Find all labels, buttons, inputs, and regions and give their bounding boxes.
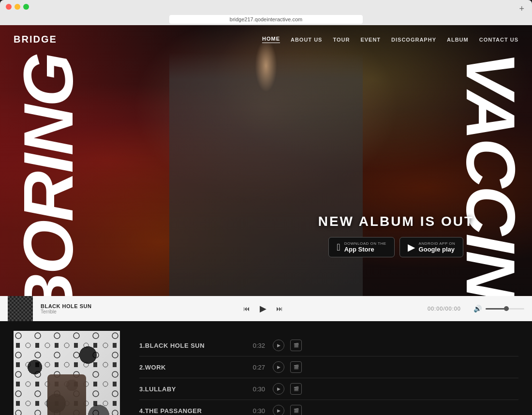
track-2-play-button[interactable]: ▶ bbox=[273, 361, 284, 373]
track-4-name: 4.THE PASSANGER bbox=[139, 407, 236, 415]
track-1-duration: 0:32 bbox=[236, 342, 265, 349]
google-play-sub: ANDROID APP ON bbox=[419, 241, 456, 246]
player-volume: 🔊 bbox=[473, 305, 524, 312]
track-2-name: 2.WORK bbox=[139, 364, 236, 371]
track-4-duration: 0:30 bbox=[236, 407, 265, 415]
volume-knob[interactable] bbox=[504, 306, 509, 311]
new-tab-button[interactable]: + bbox=[519, 4, 524, 14]
track-item-4[interactable]: 4.THE PASSANGER 0:30 ▶ 🎬 bbox=[139, 400, 518, 415]
player-thumbnail bbox=[8, 296, 33, 321]
player-track-album: Terrible bbox=[41, 309, 99, 314]
album-art bbox=[14, 331, 120, 415]
google-play-icon: ▶ bbox=[408, 241, 415, 253]
track-1-video-button[interactable]: 🎬 bbox=[290, 340, 302, 351]
nav-link-contact[interactable]: CONTACT US bbox=[479, 37, 518, 43]
hero-section: BRIDGE HOME ABOUT US TOUR EVENT DISCOGRA… bbox=[0, 25, 532, 296]
track-2-duration: 0:27 bbox=[236, 364, 265, 371]
site-logo[interactable]: BRIDGE bbox=[14, 34, 57, 45]
track-3-video-button[interactable]: 🎬 bbox=[290, 383, 302, 395]
website-content: BRIDGE HOME ABOUT US TOUR EVENT DISCOGRA… bbox=[0, 25, 532, 415]
nav-link-tour[interactable]: TOUR bbox=[333, 37, 350, 43]
volume-icon: 🔊 bbox=[473, 305, 482, 312]
player-prev-button[interactable]: ⏮ bbox=[243, 305, 250, 312]
player-time: 00:00/00:00 bbox=[428, 306, 461, 311]
track-item-3[interactable]: 3.LULLABY 0:30 ▶ 🎬 bbox=[139, 378, 518, 400]
nav-link-event[interactable]: EVENT bbox=[360, 37, 381, 43]
google-play-name: Google play bbox=[419, 246, 456, 253]
apple-icon:  bbox=[337, 242, 340, 253]
app-store-sub: Download on the bbox=[344, 241, 386, 246]
browser-chrome: bridge217.qodeinteractive.com + bbox=[0, 0, 532, 25]
track-4-video-button[interactable]: 🎬 bbox=[290, 405, 302, 415]
google-play-text: ANDROID APP ON Google play bbox=[419, 241, 456, 253]
album-promo-title: NEW ALBUM IS OUT bbox=[318, 214, 474, 229]
track-1-play-button[interactable]: ▶ bbox=[273, 340, 284, 351]
album-promo: NEW ALBUM IS OUT  Download on the App S… bbox=[318, 214, 474, 257]
browser-addressbar: bridge217.qodeinteractive.com + bbox=[0, 14, 532, 25]
maximize-dot[interactable] bbox=[23, 4, 29, 10]
url-text: bridge217.qodeinteractive.com bbox=[230, 16, 302, 22]
hero-text-boring: BORING bbox=[14, 54, 84, 296]
track-1-name: 1.BLACK HOLE SUN bbox=[139, 342, 236, 349]
album-art-person bbox=[47, 374, 86, 415]
track-3-play-button[interactable]: ▶ bbox=[273, 383, 284, 395]
browser-titlebar bbox=[0, 0, 532, 14]
nav-link-album[interactable]: ALBUM bbox=[447, 37, 469, 43]
player-controls: ⏮ ▶ ⏭ bbox=[106, 303, 420, 314]
player-track-name: BLACK HOLE SUN bbox=[41, 303, 99, 309]
nav-link-discography[interactable]: DISCOGRAPHY bbox=[391, 37, 436, 43]
main-nav: BRIDGE HOME ABOUT US TOUR EVENT DISCOGRA… bbox=[0, 25, 532, 54]
volume-bar[interactable] bbox=[486, 308, 524, 310]
app-store-name: App Store bbox=[344, 246, 386, 253]
url-bar[interactable]: bridge217.qodeinteractive.com bbox=[169, 15, 363, 24]
app-store-text: Download on the App Store bbox=[344, 241, 386, 253]
close-dot[interactable] bbox=[6, 4, 12, 10]
track-2-video-button[interactable]: 🎬 bbox=[290, 361, 302, 373]
vaccines-text: VACCINES bbox=[456, 52, 525, 296]
nav-link-home[interactable]: HOME bbox=[262, 36, 280, 43]
google-play-button[interactable]: ▶ ANDROID APP ON Google play bbox=[399, 237, 464, 257]
boring-text: BORING bbox=[14, 54, 84, 296]
nav-link-about[interactable]: ABOUT US bbox=[291, 37, 322, 43]
minimize-dot[interactable] bbox=[15, 4, 20, 10]
app-store-button[interactable]:  Download on the App Store bbox=[328, 237, 394, 257]
track-4-play-button[interactable]: ▶ bbox=[273, 405, 284, 415]
track-item-2[interactable]: 2.WORK 0:27 ▶ 🎬 bbox=[139, 356, 518, 378]
hero-text-vaccines: VACCINES bbox=[456, 52, 525, 296]
track-item-1[interactable]: 1.BLACK HOLE SUN 0:32 ▶ 🎬 bbox=[139, 335, 518, 356]
player-bar: BLACK HOLE SUN Terrible ⏮ ▶ ⏭ 00:00/00:0… bbox=[0, 296, 532, 321]
bottom-section: 1.BLACK HOLE SUN 0:32 ▶ 🎬 2.WORK 0:27 ▶ … bbox=[0, 321, 532, 415]
store-buttons:  Download on the App Store ▶ ANDROID AP… bbox=[318, 237, 474, 257]
nav-links: HOME ABOUT US TOUR EVENT DISCOGRAPHY ALB… bbox=[262, 36, 518, 43]
track-3-name: 3.LULLABY bbox=[139, 385, 236, 393]
player-play-button[interactable]: ▶ bbox=[260, 303, 266, 314]
player-track-info: BLACK HOLE SUN Terrible bbox=[41, 303, 99, 314]
tracklist: 1.BLACK HOLE SUN 0:32 ▶ 🎬 2.WORK 0:27 ▶ … bbox=[139, 331, 518, 415]
track-3-duration: 0:30 bbox=[236, 385, 265, 393]
player-next-button[interactable]: ⏭ bbox=[276, 305, 283, 312]
